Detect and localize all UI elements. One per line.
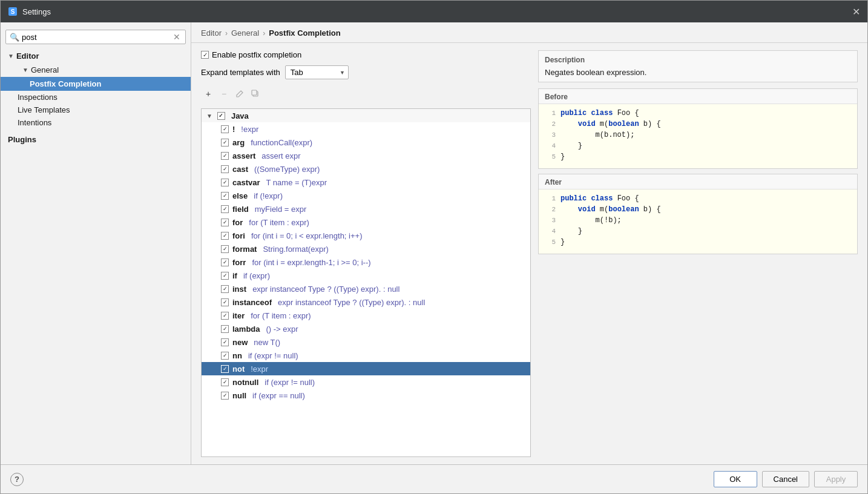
svg-rect-3 [252, 90, 257, 95]
item-key-lambda: lambda [232, 324, 260, 334]
template-item-format[interactable]: ✓ format String.format(expr) [202, 242, 530, 255]
remove-button[interactable]: − [217, 87, 231, 101]
sidebar-subsection-general[interactable]: ▼ General [1, 63, 191, 77]
enable-postfix-checkbox[interactable]: ✓ Enable postfix completion [201, 50, 301, 59]
toolbar: + − [201, 85, 531, 102]
sidebar-plugins-label: Plugins [8, 135, 36, 144]
template-item-iter[interactable]: ✓ iter for (T item : expr) [202, 309, 530, 322]
breadcrumb-editor[interactable]: Editor [201, 28, 222, 38]
template-item-new[interactable]: ✓ new new T() [202, 335, 530, 349]
item-checkbox-field[interactable]: ✓ [221, 205, 229, 213]
item-key-field: field [232, 205, 249, 214]
item-checkbox-if[interactable]: ✓ [221, 272, 229, 280]
group-expand-icon: ▼ [206, 113, 212, 119]
expand-select[interactable]: Tab Enter Tab or Enter [285, 65, 349, 79]
template-item-nn[interactable]: ✓ nn if (expr != null) [202, 349, 530, 362]
item-checkbox-not[interactable]: ✓ [221, 365, 229, 373]
item-checkbox-cast[interactable]: ✓ [221, 165, 229, 173]
item-checkbox-fori[interactable]: ✓ [221, 232, 229, 240]
copy-button[interactable] [248, 87, 263, 101]
item-checkbox-castvar[interactable]: ✓ [221, 179, 229, 186]
edit-button[interactable] [232, 87, 247, 101]
item-checkbox-lambda[interactable]: ✓ [221, 325, 229, 333]
item-checkbox-else[interactable]: ✓ [221, 192, 229, 200]
app-icon: S [8, 7, 18, 16]
java-group-header[interactable]: ▼ ✓ Java [202, 109, 530, 122]
template-item-not[interactable]: ✓ not !expr [202, 362, 530, 375]
code-areas: Before 1 public class Foo { 2 void m(boo… [538, 88, 858, 457]
before-title: Before [539, 89, 857, 104]
cancel-button[interactable]: Cancel [762, 471, 809, 487]
template-item-inst[interactable]: ✓ inst expr instanceof Type ? ((Type) ex… [202, 282, 530, 295]
item-checkbox-instanceof[interactable]: ✓ [221, 298, 229, 306]
breadcrumb-current: Postfix Completion [269, 28, 340, 38]
breadcrumb-sep-1: › [225, 29, 228, 38]
template-item-arg[interactable]: ✓ arg functionCall(expr) [202, 136, 530, 149]
item-checkbox-excl[interactable]: ✓ [221, 125, 229, 133]
template-item-assert[interactable]: ✓ assert assert expr [202, 149, 530, 162]
expand-row: Expand templates with Tab Enter Tab or E… [201, 65, 531, 79]
item-desc-instanceof: expr instanceof Type ? ((Type) expr). : … [278, 298, 425, 307]
item-desc-new: new T() [254, 338, 280, 347]
item-key-not: not [232, 364, 245, 374]
sidebar-section-editor-label: Editor [16, 51, 39, 61]
sidebar-item-live-templates[interactable]: Live Templates [1, 104, 191, 116]
template-item-instanceof[interactable]: ✓ instanceof expr instanceof Type ? ((Ty… [202, 295, 530, 309]
item-desc-field: myField = expr [255, 205, 307, 214]
after-line-3: 3 m(!b); [541, 216, 855, 227]
template-item-else[interactable]: ✓ else if (!expr) [202, 189, 530, 202]
apply-button[interactable]: Apply [814, 471, 858, 487]
sidebar-section-plugins[interactable]: Plugins [1, 133, 191, 147]
template-item-field[interactable]: ✓ field myField = expr [202, 202, 530, 216]
template-item-notnull[interactable]: ✓ notnull if (expr != null) [202, 375, 530, 389]
item-checkbox-assert[interactable]: ✓ [221, 152, 229, 160]
search-input[interactable] [22, 33, 172, 42]
template-item-lambda[interactable]: ✓ lambda () -> expr [202, 322, 530, 335]
help-button[interactable]: ? [10, 473, 24, 486]
item-checkbox-new[interactable]: ✓ [221, 338, 229, 346]
template-item-fori[interactable]: ✓ fori for (int i = 0; i < expr.length; … [202, 229, 530, 242]
item-checkbox-format[interactable]: ✓ [221, 245, 229, 253]
item-desc-else: if (!expr) [254, 191, 283, 200]
breadcrumb: Editor › General › Postfix Completion [191, 22, 867, 43]
enable-checkbox-box: ✓ [201, 51, 209, 59]
search-clear-button[interactable]: ✕ [172, 32, 182, 42]
item-checkbox-nn[interactable]: ✓ [221, 352, 229, 360]
template-item-for[interactable]: ✓ for for (T item : expr) [202, 216, 530, 229]
add-button[interactable]: + [201, 87, 215, 101]
item-checkbox-inst[interactable]: ✓ [221, 285, 229, 293]
ok-button[interactable]: OK [714, 471, 757, 487]
title-bar: S Settings ✕ [1, 1, 867, 22]
expand-arrow-icon: ▼ [8, 53, 14, 59]
template-item-castvar[interactable]: ✓ castvar T name = (T)expr [202, 176, 530, 189]
java-group-checkbox[interactable]: ✓ [217, 112, 225, 120]
search-box[interactable]: 🔍 ✕ [5, 30, 186, 44]
sidebar-item-intentions[interactable]: Intentions [1, 116, 191, 129]
breadcrumb-general[interactable]: General [231, 28, 259, 38]
sidebar-item-postfix-completion[interactable]: Postfix Completion [1, 77, 191, 91]
template-item-null[interactable]: ✓ null if (expr == null) [202, 389, 530, 402]
templates-list[interactable]: ▼ ✓ Java ✓ ! !expr ✓ arg [201, 108, 531, 457]
after-title: After [539, 174, 857, 189]
item-checkbox-notnull[interactable]: ✓ [221, 378, 229, 386]
template-item-if[interactable]: ✓ if if (expr) [202, 269, 530, 282]
dialog-body: 🔍 ✕ ▼ Editor ▼ General Postfix Completio… [1, 22, 867, 464]
settings-dialog: S Settings ✕ 🔍 ✕ ▼ Editor ▼ General [0, 0, 868, 494]
template-item-cast[interactable]: ✓ cast ((SomeType) expr) [202, 162, 530, 176]
item-desc-lambda: () -> expr [266, 324, 298, 334]
template-item-excl[interactable]: ✓ ! !expr [202, 122, 530, 136]
description-text: Negates boolean expression. [545, 68, 851, 77]
template-item-forr[interactable]: ✓ forr for (int i = expr.length-1; i >= … [202, 255, 530, 269]
item-checkbox-for[interactable]: ✓ [221, 219, 229, 226]
sidebar-section-editor[interactable]: ▼ Editor [1, 49, 191, 63]
description-title: Description [545, 56, 851, 64]
item-checkbox-iter[interactable]: ✓ [221, 312, 229, 320]
sidebar-item-inspections[interactable]: Inspections ⚙ [1, 91, 191, 104]
item-checkbox-arg[interactable]: ✓ [221, 139, 229, 147]
item-checkbox-forr[interactable]: ✓ [221, 259, 229, 266]
after-line-5: 5 } [541, 238, 855, 249]
item-checkbox-null[interactable]: ✓ [221, 392, 229, 400]
expand-label: Expand templates with [201, 68, 280, 77]
options-row: ✓ Enable postfix completion [201, 50, 531, 59]
close-button[interactable]: ✕ [852, 6, 860, 18]
